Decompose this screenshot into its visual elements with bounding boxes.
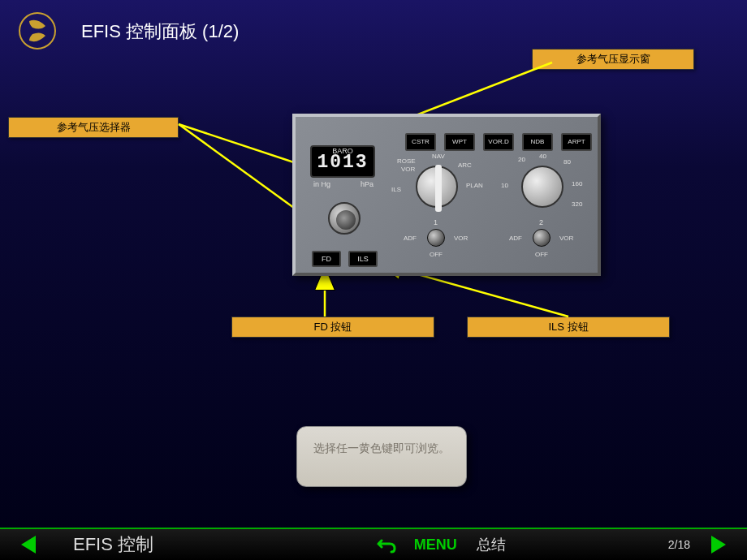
unit-hpa-label: hPa <box>361 180 374 188</box>
callout-ils-button[interactable]: ILS 按钮 <box>467 317 670 338</box>
adf-vor-switch-1[interactable] <box>427 229 445 247</box>
mode-vor-label: VOR <box>401 166 415 173</box>
callout-baro-window[interactable]: 参考气压显示窗 <box>532 49 694 70</box>
adf-1-label: ADF <box>404 235 417 242</box>
adf-2-label: ADF <box>509 235 522 242</box>
range-20-label: 20 <box>518 156 525 163</box>
next-button[interactable] <box>706 535 731 554</box>
baro-value: 1013 <box>312 155 374 170</box>
efis-panel: BARO 1013 in Hg hPa ROSE VOR ILS NAV ARC… <box>292 114 601 276</box>
airline-logo-icon <box>18 11 57 50</box>
range-knob[interactable] <box>521 166 563 208</box>
triangle-right-icon <box>711 536 726 554</box>
svg-point-0 <box>19 13 55 49</box>
baro-display: BARO 1013 <box>310 145 375 178</box>
switch-1-num: 1 <box>434 218 438 226</box>
prev-button[interactable] <box>16 535 41 554</box>
cstr-button[interactable]: CSTR <box>405 133 436 151</box>
off-1-label: OFF <box>430 251 443 258</box>
mode-knob[interactable] <box>416 166 458 208</box>
unit-inhg-label: in Hg <box>313 180 330 188</box>
ils-button[interactable]: ILS <box>348 251 378 267</box>
triangle-left-icon <box>21 536 36 554</box>
callout-fd-button[interactable]: FD 按钮 <box>231 317 434 338</box>
back-button[interactable] <box>375 535 399 554</box>
range-10-label: 10 <box>501 182 508 189</box>
page-indicator: 2/18 <box>668 538 690 551</box>
mode-nav-label: NAV <box>432 153 445 160</box>
mode-ils-label: ILS <box>391 186 401 193</box>
range-40-label: 40 <box>539 153 546 160</box>
menu-button[interactable]: MENU <box>414 536 457 554</box>
ndb-button[interactable]: NDB <box>522 133 553 151</box>
range-160-label: 160 <box>572 180 582 187</box>
switch-2-num: 2 <box>539 218 543 226</box>
off-2-label: OFF <box>535 251 548 258</box>
mode-arc-label: ARC <box>458 162 472 169</box>
footer-section-title: EFIS 控制 <box>73 532 153 557</box>
range-320-label: 320 <box>572 200 582 208</box>
vor-2-label: VOR <box>559 235 573 242</box>
summary-button[interactable]: 总结 <box>477 535 506 554</box>
adf-vor-switch-2[interactable] <box>533 229 551 247</box>
wpt-button[interactable]: WPT <box>444 133 475 151</box>
vord-button[interactable]: VOR.D <box>483 133 514 151</box>
fd-button[interactable]: FD <box>312 251 341 267</box>
vor-1-label: VOR <box>454 235 468 242</box>
callout-baro-selector[interactable]: 参考气压选择器 <box>8 117 179 138</box>
footer-nav: EFIS 控制 MENU 总结 2/18 <box>0 528 747 560</box>
arpt-button[interactable]: ARPT <box>561 133 592 151</box>
page-title: EFIS 控制面板 (1/2) <box>81 19 239 44</box>
mode-plan-label: PLAN <box>466 182 483 189</box>
hint-tooltip: 选择任一黄色键即可浏览。 <box>296 426 467 487</box>
mode-rose-label: ROSE <box>397 157 416 165</box>
range-80-label: 80 <box>563 158 571 166</box>
baro-knob[interactable] <box>328 202 361 235</box>
